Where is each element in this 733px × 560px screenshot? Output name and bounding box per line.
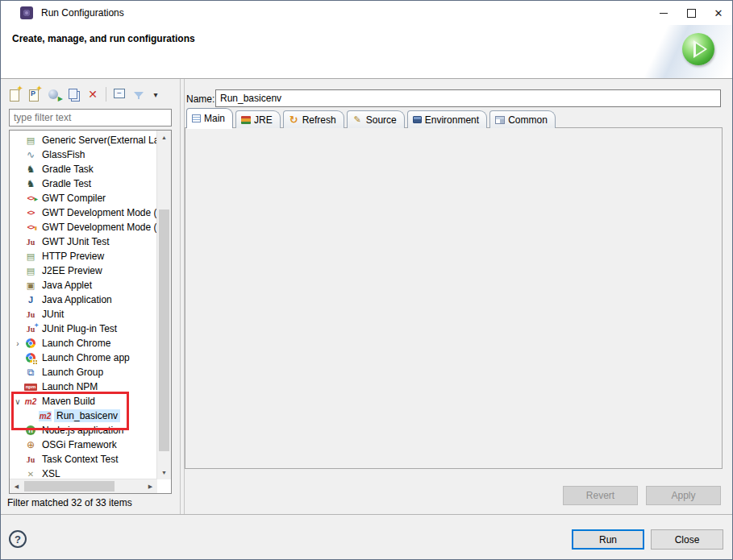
tree-item-label: Launch Chrome app [40,351,132,364]
tab-label: Main [204,113,225,124]
xsl-icon: ✕ [24,469,37,479]
filter-icon[interactable] [132,88,145,101]
tree-item-maven-build[interactable]: ∨m2Maven Build [10,394,157,409]
new-launch-configuration-prototype-icon[interactable]: P [28,88,41,101]
tree-vertical-scrollbar[interactable]: ▲ ▼ [156,131,171,479]
tab-environment[interactable]: Environment [407,110,487,128]
tree-item-label: Java Application [40,293,115,306]
tree-item-java-application[interactable]: JJava Application [10,292,157,307]
tab-label: JRE [254,114,273,126]
tree-item-gwt-compiler[interactable]: <>GWT Compiler [10,191,157,205]
gradle-icon: ♞ [24,164,37,175]
run-configurations-app-icon [20,6,33,19]
environment-tab-icon [413,116,422,123]
gwt-compiler-icon: <> [24,193,37,204]
tab-jre[interactable]: JRE [235,110,281,128]
help-icon[interactable]: ? [9,530,27,548]
source-tab-icon: ✎ [352,115,363,125]
junit-task-icon: Ju [24,454,37,465]
tree-item-label: XSL [40,467,63,479]
run-button[interactable]: Run [572,529,644,550]
tree-item-label: Launch Group [40,366,106,379]
tree-item-xsl[interactable]: ✕XSL [10,467,157,479]
server-icon: ▤ [24,251,37,262]
tree-item-label: JUnit Plug-in Test [40,322,119,335]
tree-item-node-js-application[interactable]: nNode.js application [10,423,157,438]
tree-item-launch-chrome[interactable]: ›Launch Chrome [10,336,157,351]
tree-item-junit[interactable]: JuJUnit [10,307,157,321]
tree-item-label: Launch NPM [40,380,100,393]
tree-item-label: Java Applet [40,279,94,292]
tab-label: Environment [425,114,479,126]
tree-item-gradle-test[interactable]: ♞Gradle Test [10,176,157,191]
titlebar: Run Configurations ✕ [1,1,732,25]
export-launch-configurations-icon[interactable] [48,88,60,101]
common-tab-icon [495,116,505,124]
close-button[interactable]: Close [651,529,723,550]
maven-icon: m2 [39,411,52,421]
tree-item-task-context-test[interactable]: JuTask Context Test [10,452,157,467]
tree-item-glassfish[interactable]: ∿GlassFish [10,147,157,162]
close-icon[interactable]: ✕ [705,1,732,25]
tree-item-gwt-junit-test[interactable]: JuGWT JUnit Test [10,234,157,249]
run-orb-icon [682,33,714,65]
minimize-icon[interactable] [650,1,677,25]
scroll-left-icon[interactable]: ◀ [10,479,23,493]
scroll-up-icon[interactable]: ▲ [157,131,171,144]
dialog-subtitle: Create, manage, and run configurations [12,33,195,44]
tree-item-launch-group[interactable]: ⧉Launch Group [10,365,157,380]
scroll-down-icon[interactable]: ▼ [157,466,171,479]
gwt-legacy-icon: <> [24,222,37,233]
tab-label: Refresh [302,114,336,126]
tree-item-java-applet[interactable]: ▣Java Applet [10,278,157,292]
name-input[interactable] [215,89,721,107]
jre-tab-icon [241,116,251,124]
tree-item-j2ee-preview[interactable]: ▤J2EE Preview [10,263,157,278]
horizontal-scroll-thumb[interactable] [24,481,115,492]
tree-item-label: GlassFish [40,148,87,161]
main-tab-content [185,127,723,469]
chevron-collapsed-icon[interactable]: › [13,339,23,348]
scroll-right-icon[interactable]: ▶ [144,479,157,493]
filter-input[interactable] [9,109,172,127]
filter-status: Filter matched 32 of 33 items [7,497,132,508]
refresh-tab-icon: ↻ [289,115,299,125]
new-launch-configuration-icon[interactable] [9,88,22,101]
applet-icon: ▣ [24,280,37,291]
chevron-expanded-icon[interactable]: ∨ [13,397,23,406]
tree-item-gradle-task[interactable]: ♞Gradle Task [10,162,157,176]
glassfish-icon: ∿ [24,150,37,160]
maven-icon: m2 [24,396,37,407]
tree-item-junit-plug-in-test[interactable]: JuJUnit Plug-in Test [10,321,157,336]
tab-main[interactable]: Main [186,108,233,128]
tree-item-launch-npm[interactable]: npmLaunch NPM [10,380,157,394]
tree-item-generic-server-external-lau[interactable]: ▤Generic Server(External Lau [10,133,157,147]
tree-horizontal-scrollbar[interactable]: ◀ ▶ [10,479,157,493]
tree-item-http-preview[interactable]: ▤HTTP Preview [10,249,157,263]
delete-icon[interactable]: ✕ [86,88,99,101]
junit-icon: Ju [24,309,37,320]
revert-button: Revert [563,486,638,505]
duplicate-icon[interactable] [67,88,80,101]
tree-item-osgi-framework[interactable]: ⊕OSGi Framework [10,438,157,452]
server-icon: ▤ [24,266,37,276]
tab-source[interactable]: ✎Source [347,110,405,128]
launch-toolbar: P✕▾ [9,85,160,104]
filter-menu-dropdown-icon[interactable]: ▾ [152,88,160,101]
tree-item-label: Node.js application [40,424,126,437]
tree-item-gwt-development-mode[interactable]: <>GWT Development Mode ( [10,220,157,234]
tab-refresh[interactable]: ↻Refresh [283,110,344,128]
tree-item-label: JUnit [40,308,66,321]
maximize-icon[interactable] [677,1,705,25]
tree-item-label: OSGi Framework [40,438,119,451]
tree-item-run-basicenv[interactable]: m2Run_basicenv [10,409,157,423]
tree-item-gwt-development-mode[interactable]: <>GWT Development Mode ( [10,205,157,220]
tree-item-launch-chrome-app[interactable]: Launch Chrome app [10,351,157,365]
tree-item-label: Run_basicenv [54,409,120,422]
vertical-scroll-thumb[interactable] [159,209,169,451]
tree-item-label: Task Context Test [40,453,121,466]
tab-common[interactable]: Common [489,110,556,128]
tree-item-label: Gradle Test [40,177,94,190]
collapse-all-icon[interactable] [113,88,126,101]
window-title: Run Configurations [41,7,124,19]
